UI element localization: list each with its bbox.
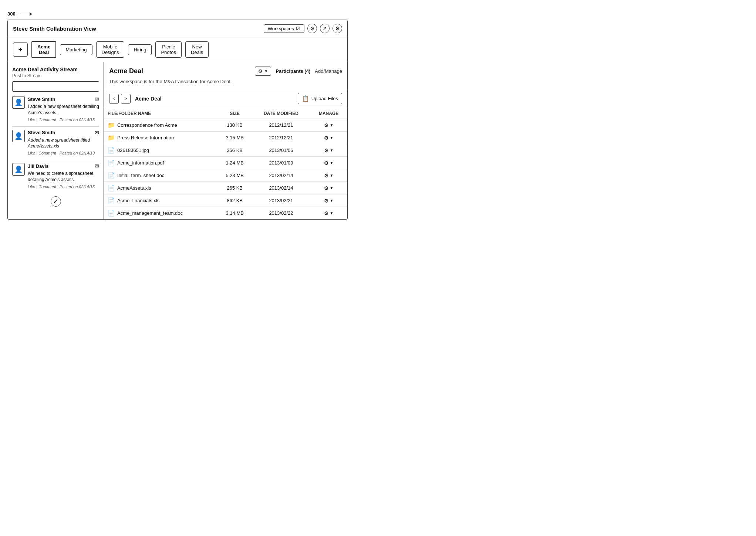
message-icon-1[interactable]: ✉ [95, 96, 99, 102]
upload-icon: 📋 [302, 95, 309, 102]
file-manage-0[interactable]: ⚙ ▼ [310, 119, 347, 132]
workspace-info: Acme Deal ⚙ ▼ Participants (4) Add/Manag… [104, 62, 347, 89]
manage-dropdown-arrow-5: ▼ [330, 186, 334, 190]
file-name-cell-7: 📄 Acme_management_team.doc [104, 207, 217, 220]
file-size-6: 862 KB [217, 194, 252, 207]
nav-forward-button[interactable]: > [121, 94, 131, 104]
file-browser-header: < > Acme Deal 📋 Upload Files [104, 89, 347, 108]
gear-icon-2[interactable]: ⚙ [333, 24, 342, 33]
activity-item-2: 👤 Steve Smith ✉ Added a new spreadsheet … [12, 130, 99, 156]
tab-acme-deal[interactable]: AcmeDeal [31, 41, 56, 58]
file-row-4: 📄 Initial_term_sheet.doc 5.23 MB 2013/02… [104, 169, 347, 182]
file-size-2: 256 KB [217, 144, 252, 157]
file-name-cell-6: 📄 Acme_financials.xls [104, 194, 217, 207]
file-manage-5[interactable]: ⚙ ▼ [310, 182, 347, 194]
main-window: Steve Smith Collaboration View Workspace… [7, 20, 348, 220]
label-300: 300 [7, 11, 16, 17]
activity-text-2: Added a new spreadsheet titled AcmeAsset… [28, 137, 99, 150]
file-size-7: 3.14 MB [217, 207, 252, 220]
manage-gear-icon-6: ⚙ [324, 198, 329, 204]
tab-mobile-designs[interactable]: MobileDesigns [96, 41, 125, 58]
checkbox-icon: ☑ [296, 26, 300, 31]
file-date-1: 2012/12/21 [252, 132, 310, 144]
file-row-7: 📄 Acme_management_team.doc 3.14 MB 2013/… [104, 207, 347, 220]
manage-dropdown-arrow-2: ▼ [330, 148, 334, 152]
manage-dropdown-arrow-3: ▼ [330, 161, 334, 165]
tab-bar: + AcmeDeal Marketing MobileDesigns Hirin… [8, 37, 347, 62]
divider-1 [12, 126, 99, 127]
file-row-0: 📁 Correspondence from Acme 130 KB 2012/1… [104, 119, 347, 132]
file-date-3: 2013/01/09 [252, 157, 310, 169]
manage-gear-icon-5: ⚙ [324, 185, 329, 191]
tab-picnic-photos[interactable]: PicnicPhotos [155, 41, 181, 58]
tab-hiring[interactable]: Hiring [128, 44, 152, 55]
file-name-5[interactable]: AcmeAssets.xls [117, 185, 151, 191]
add-tab-button[interactable]: + [13, 43, 28, 57]
folder-icon-0: 📁 [108, 122, 115, 129]
file-row-3: 📄 Acme_information.pdf 1.24 MB 2013/01/0… [104, 157, 347, 169]
file-icon-7: 📄 [108, 210, 115, 217]
file-name-1[interactable]: Press Release Information [117, 135, 174, 140]
file-browser-nav: < > Acme Deal [109, 94, 162, 104]
tab-marketing[interactable]: Marketing [60, 44, 92, 55]
col-header-size: SIZE [217, 108, 252, 119]
activity-text-1: I added a new spreadsheet detailing Acme… [28, 104, 99, 116]
tab-new-deals[interactable]: NewDeals [185, 41, 209, 58]
post-to-stream-input[interactable] [12, 81, 99, 92]
checkmark-icon[interactable]: ✓ [51, 196, 61, 207]
file-icon-6: 📄 [108, 197, 115, 204]
workspaces-button[interactable]: Workspaces ☑ [264, 24, 304, 33]
avatar-steve-1: 👤 [12, 96, 25, 109]
file-name-0[interactable]: Correspondence from Acme [117, 122, 177, 128]
file-name-2[interactable]: 026183651.jpg [117, 147, 149, 153]
workspace-gear-button[interactable]: ⚙ ▼ [255, 67, 271, 76]
nav-back-button[interactable]: < [109, 94, 119, 104]
file-name-7[interactable]: Acme_management_team.doc [117, 210, 183, 216]
file-icon-2: 📄 [108, 147, 115, 154]
col-header-manage: MANAGE [310, 108, 347, 119]
upload-files-button[interactable]: 📋 Upload Files [298, 93, 342, 104]
manage-dropdown-arrow-1: ▼ [330, 136, 334, 140]
file-row-1: 📁 Press Release Information 3.15 MB 2012… [104, 132, 347, 144]
activity-stream-title: Acme Deal Activity Stream [12, 67, 99, 72]
file-manage-7[interactable]: ⚙ ▼ [310, 207, 347, 220]
main-content: Acme Deal Activity Stream Post to Stream… [8, 62, 347, 219]
app-title: Steve Smith Collaboration View [13, 26, 96, 32]
gear-icon-1[interactable]: ⚙ [307, 24, 317, 33]
file-name-cell-0: 📁 Correspondence from Acme [104, 119, 217, 132]
share-icon[interactable]: ↗ [320, 24, 330, 33]
activity-meta-2: Like | Comment | Posted on 02/14/13 [28, 151, 99, 155]
file-manage-3[interactable]: ⚙ ▼ [310, 157, 347, 169]
file-manage-1[interactable]: ⚙ ▼ [310, 132, 347, 144]
file-manage-4[interactable]: ⚙ ▼ [310, 169, 347, 182]
file-size-1: 3.15 MB [217, 132, 252, 144]
file-name-4[interactable]: Initial_term_sheet.doc [117, 173, 164, 178]
add-manage-link[interactable]: Add/Manage [315, 68, 342, 74]
participants-label: Participants (4) [276, 68, 310, 74]
avatar-jill: 👤 [12, 163, 25, 176]
file-manage-6[interactable]: ⚙ ▼ [310, 194, 347, 207]
file-icon-3: 📄 [108, 159, 115, 166]
file-name-cell-2: 📄 026183651.jpg [104, 144, 217, 157]
workspace-name: Acme Deal [109, 67, 143, 75]
activity-item-1: 👤 Steve Smith ✉ I added a new spreadshee… [12, 96, 99, 122]
file-name-cell-1: 📁 Press Release Information [104, 132, 217, 144]
manage-gear-icon-4: ⚙ [324, 173, 329, 179]
manage-gear-icon-0: ⚙ [324, 122, 329, 128]
file-row-2: 📄 026183651.jpg 256 KB 2013/01/06 ⚙ ▼ [104, 144, 347, 157]
bottom-check-area: ✓ [12, 193, 99, 210]
message-icon-2[interactable]: ✉ [95, 130, 99, 136]
file-row-5: 📄 AcmeAssets.xls 265 KB 2013/02/14 ⚙ ▼ [104, 182, 347, 194]
manage-gear-icon-2: ⚙ [324, 147, 329, 153]
file-date-7: 2013/02/22 [252, 207, 310, 220]
manage-gear-icon-3: ⚙ [324, 160, 329, 166]
file-name-cell-3: 📄 Acme_information.pdf [104, 157, 217, 169]
right-panel: Acme Deal ⚙ ▼ Participants (4) Add/Manag… [104, 62, 347, 219]
activity-text-3: We need to create a spreadsheet detailin… [28, 170, 99, 183]
file-name-6[interactable]: Acme_financials.xls [117, 198, 159, 203]
activity-meta-3: Like | Comment | Posted on 02/14/13 [28, 184, 99, 189]
activity-meta-1: Like | Comment | Posted on 02/14/13 [28, 118, 99, 122]
file-name-3[interactable]: Acme_information.pdf [117, 160, 164, 166]
file-manage-2[interactable]: ⚙ ▼ [310, 144, 347, 157]
message-icon-3[interactable]: ✉ [95, 163, 99, 169]
